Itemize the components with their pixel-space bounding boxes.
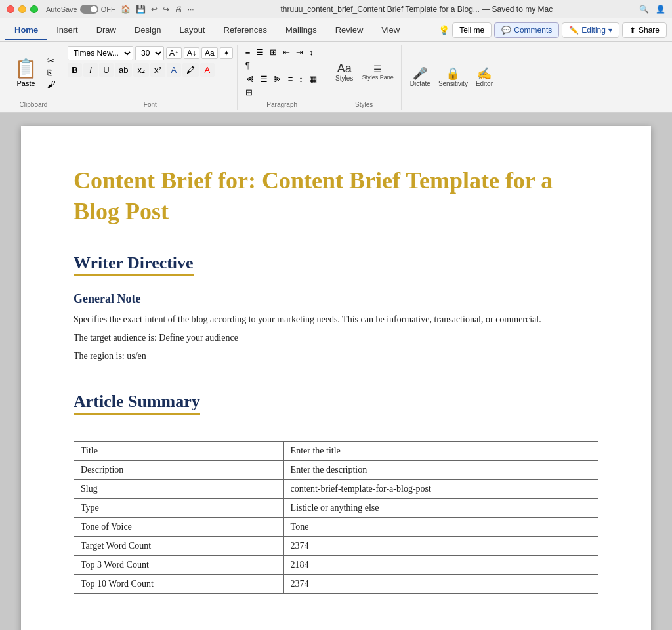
tab-home[interactable]: Home <box>5 21 47 40</box>
bullet-list-button[interactable]: ≡ <box>243 46 253 58</box>
numbered-list-button[interactable]: ☰ <box>253 46 266 58</box>
document-area: Content Brief for: Content Brief Templat… <box>0 113 672 630</box>
document-title: Content Brief for: Content Brief Templat… <box>74 165 598 227</box>
font-name-row: Times New... 30 A↑ A↓ Aa ✦ <box>68 46 233 60</box>
styles-button[interactable]: Aa Styles <box>331 60 358 85</box>
sort-button[interactable]: ↕ <box>306 46 316 58</box>
bold-button[interactable]: B <box>68 63 82 77</box>
profile-icon[interactable]: 👤 <box>656 5 665 14</box>
format-painter-button[interactable]: 🖌 <box>45 79 58 90</box>
home-icon[interactable]: 🏠 <box>121 5 131 14</box>
font-label: Font <box>144 100 157 108</box>
sensitivity-button[interactable]: 🔒 Sensitivity <box>435 66 471 89</box>
table-row: TypeListicle or anything else <box>74 498 598 517</box>
table-cell-label: Type <box>74 498 284 517</box>
paste-icon: 📋 <box>14 58 37 79</box>
paste-button[interactable]: 📋 Paste <box>9 55 43 90</box>
dictate-button[interactable]: 🎤 Dictate <box>407 66 434 89</box>
line-spacing-button[interactable]: ↕ <box>296 73 306 85</box>
table-cell-value: content-brief-template-for-a-blog-post <box>284 479 598 498</box>
redo-icon[interactable]: ↪ <box>163 5 169 14</box>
minimize-button[interactable] <box>18 5 26 13</box>
copy-button[interactable]: ⎘ <box>45 67 58 78</box>
traffic-lights <box>7 5 38 13</box>
tab-view[interactable]: View <box>372 21 409 40</box>
clipboard-items: 📋 Paste ✂ ⎘ 🖌 <box>9 46 58 98</box>
editing-button[interactable]: ✏️ Editing ▾ <box>562 22 620 38</box>
autosave-toggle[interactable] <box>80 5 98 14</box>
table-cell-value: Listicle or anything else <box>284 498 598 517</box>
font-grow-button[interactable]: A↑ <box>166 47 182 59</box>
print-icon[interactable]: 🖨 <box>175 5 182 14</box>
decrease-indent-button[interactable]: ⇤ <box>280 46 293 58</box>
tab-layout[interactable]: Layout <box>170 21 214 40</box>
autosave-label: AutoSave <box>46 5 77 13</box>
chevron-down-icon: ▾ <box>608 26 612 35</box>
save-icon[interactable]: 💾 <box>136 5 146 14</box>
text-color-button[interactable]: A <box>200 63 215 77</box>
titlebar-tools: AutoSave OFF 🏠 💾 ↩ ↪ 🖨 ··· <box>46 5 194 14</box>
tell-me-input[interactable]: Tell me <box>452 22 492 38</box>
tab-review[interactable]: Review <box>326 21 373 40</box>
tab-insert[interactable]: Insert <box>47 21 87 40</box>
undo-icon[interactable]: ↩ <box>151 5 158 14</box>
font-color-button[interactable]: A <box>167 63 181 77</box>
borders-button[interactable]: ⊞ <box>243 86 255 98</box>
table-row: DescriptionEnter the description <box>74 460 598 479</box>
subscript-button[interactable]: x₂ <box>133 63 149 77</box>
table-cell-value: Enter the description <box>284 460 598 479</box>
styles-pane-label: Styles Pane <box>362 74 394 81</box>
table-cell-value: Enter the title <box>284 441 598 460</box>
font-size-select[interactable]: 30 <box>135 46 164 60</box>
strikethrough-button[interactable]: ab <box>115 63 132 77</box>
editing-label: Editing <box>581 26 606 35</box>
search-icon[interactable]: 🔍 <box>639 5 649 14</box>
multilevel-list-button[interactable]: ⊞ <box>267 46 280 58</box>
share-button[interactable]: ⬆ Share <box>622 22 667 38</box>
styles-items: Aa Styles ☰ Styles Pane <box>331 46 397 98</box>
clear-format-button[interactable]: ✦ <box>220 47 233 59</box>
section-article-summary: Article Summary TitleEnter the titleDesc… <box>74 392 598 594</box>
underline-button[interactable]: U <box>99 63 114 77</box>
editor-button[interactable]: ✍ Editor <box>472 66 496 89</box>
justify-button[interactable]: ≡ <box>285 73 296 85</box>
tab-design[interactable]: Design <box>125 21 170 40</box>
toggle-state: OFF <box>101 5 116 13</box>
format-buttons: B I U ab x₂ x² A 🖍 A <box>68 63 215 77</box>
share-label: Share <box>639 26 660 35</box>
change-case-button[interactable]: Aa <box>201 47 218 59</box>
close-button[interactable] <box>7 5 14 13</box>
autosave-control[interactable]: AutoSave OFF <box>46 5 116 14</box>
ribbon-group-clipboard: 📋 Paste ✂ ⎘ 🖌 Clipboard <box>5 45 62 110</box>
cut-button[interactable]: ✂ <box>45 55 58 66</box>
tab-mailings[interactable]: Mailings <box>276 21 326 40</box>
font-shrink-button[interactable]: A↓ <box>184 47 200 59</box>
sensitivity-icon: 🔒 <box>446 68 460 79</box>
ribbon-group-voice: 🎤 Dictate 🔒 Sensitivity ✍ Editor <box>403 45 500 110</box>
paste-group: 📋 Paste ✂ ⎘ 🖌 <box>9 55 58 90</box>
titlebar-right: 🔍 👤 <box>639 5 665 14</box>
shading-button[interactable]: ▦ <box>306 73 320 85</box>
more-icon[interactable]: ··· <box>188 5 194 14</box>
highlight-button[interactable]: 🖍 <box>182 63 199 77</box>
styles-pane-button[interactable]: ☰ Styles Pane <box>359 62 397 83</box>
tab-references[interactable]: References <box>215 21 276 40</box>
italic-button[interactable]: I <box>83 63 98 77</box>
tab-draw[interactable]: Draw <box>87 21 125 40</box>
styles-icon: Aa <box>337 62 352 74</box>
section-writer-directive: Writer Directive General Note Specifies … <box>74 253 598 364</box>
font-family-select[interactable]: Times New... <box>68 46 133 60</box>
increase-indent-button[interactable]: ⇥ <box>293 46 306 58</box>
table-cell-label: Title <box>74 441 284 460</box>
maximize-button[interactable] <box>30 5 38 13</box>
pilcrow-button[interactable]: ¶ <box>243 59 253 72</box>
align-center-button[interactable]: ☰ <box>257 73 270 85</box>
pencil-icon: ✏️ <box>569 26 579 35</box>
table-row: Top 3 Word Count2184 <box>74 555 598 574</box>
comments-button[interactable]: 💬 Comments <box>494 22 559 38</box>
table-row: TitleEnter the title <box>74 441 598 460</box>
styles-pane-icon: ☰ <box>373 64 382 74</box>
superscript-button[interactable]: x² <box>150 63 165 77</box>
align-right-button[interactable]: ⫸ <box>271 73 285 85</box>
align-left-button[interactable]: ⫷ <box>243 73 257 85</box>
